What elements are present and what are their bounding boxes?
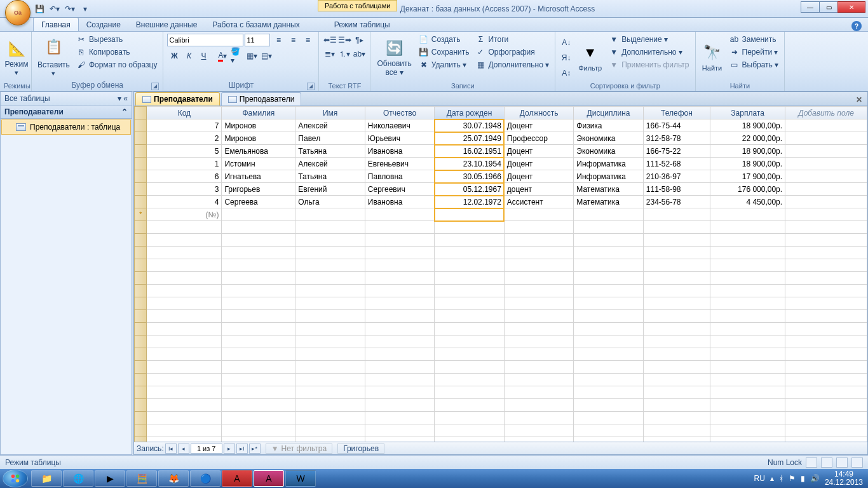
prev-record-button[interactable]: ◂ (178, 444, 189, 454)
cell-disc[interactable]: Экономика (574, 145, 644, 158)
cell-dolzh[interactable]: Доцент (504, 158, 574, 170)
cell-dolzh[interactable]: Доцент (504, 119, 574, 132)
spelling-button[interactable]: ✓Орфография (473, 46, 551, 58)
nav-group-teachers[interactable]: Преподаватели⌃ (1, 105, 132, 119)
table-row[interactable]: 7МироновАлексейНиколаевич30.07.1948Доцен… (135, 119, 867, 132)
cell-otch[interactable]: Павловна (365, 170, 435, 183)
bold-button[interactable]: Ж (167, 50, 181, 62)
align-left-button[interactable]: ≡ (271, 34, 285, 46)
altrow-button[interactable]: ▤▾ (259, 50, 273, 62)
volume-icon[interactable]: 🔊 (810, 474, 820, 483)
doc-close-button[interactable]: ✕ (853, 94, 865, 105)
cell-empty[interactable] (785, 132, 867, 145)
table-row[interactable]: 4СергееваОльгаИвановна12.02.1972Ассистен… (135, 196, 867, 208)
row-selector[interactable] (135, 119, 147, 132)
task-wmp[interactable]: ▶ (95, 470, 125, 487)
table-row[interactable]: 2МироновПавелЮрьевич25.07.1949ПрофессорЭ… (135, 132, 867, 145)
save-record-button[interactable]: 💾Сохранить (417, 46, 471, 58)
tab-home[interactable]: Главная (33, 17, 79, 31)
office-button[interactable]: Oa (5, 0, 31, 25)
datasheet[interactable]: Код Фамилия Имя Отчество Дата рожден Дол… (134, 106, 867, 442)
doc-tab-teachers-1[interactable]: Преподаватели (135, 92, 220, 105)
toggle-filter-button[interactable]: ▼Применить фильтр (607, 59, 691, 71)
cell-fam[interactable]: Сергеева (222, 196, 295, 208)
record-position-input[interactable] (191, 444, 222, 454)
cell-data[interactable]: 12.02.1972 (435, 196, 505, 208)
cell-data[interactable]: 05.12.1967 (435, 183, 505, 196)
bluetooth-icon[interactable]: ᚼ (779, 474, 783, 483)
cell-kod[interactable]: 6 (147, 170, 222, 183)
first-record-button[interactable]: I◂ (165, 444, 177, 454)
cell-imya[interactable]: Павел (295, 132, 365, 145)
cell-empty[interactable] (785, 183, 867, 196)
nav-header[interactable]: Все таблицы▾ « (1, 92, 132, 105)
align-center-button[interactable]: ≡ (286, 34, 300, 46)
cell-fam[interactable]: Миронов (222, 119, 295, 132)
task-firefox[interactable]: 🦊 (158, 470, 189, 487)
cell-dolzh[interactable]: Доцент (504, 170, 574, 183)
bullets-button[interactable]: ≣▾ (323, 48, 337, 60)
cell-empty[interactable] (785, 196, 867, 208)
tray-clock[interactable]: 14:4924.12.2013 (825, 470, 863, 487)
task-explorer[interactable]: 📁 (31, 470, 62, 487)
cell-dolzh[interactable]: Профессор (504, 132, 574, 145)
cell-empty[interactable] (785, 145, 867, 158)
col-fam[interactable]: Фамилия (222, 107, 295, 119)
clipboard-launcher-icon[interactable]: ◢ (151, 83, 159, 90)
tab-external[interactable]: Внешние данные (128, 18, 205, 31)
cell-disc[interactable]: Информатика (574, 158, 644, 170)
cell-imya[interactable]: Алексей (295, 158, 365, 170)
tab-dbtools[interactable]: Работа с базами данных (205, 18, 307, 31)
cell-fam[interactable]: Григорьев (222, 183, 295, 196)
filter-button[interactable]: ▼Фильтр (576, 34, 604, 81)
task-access[interactable]: A (254, 470, 284, 487)
gridlines-button[interactable]: ▦▾ (245, 50, 259, 62)
cell-disc[interactable]: Информатика (574, 170, 644, 183)
cell-tel[interactable]: 166-75-44 (643, 119, 710, 132)
cell-empty[interactable] (785, 170, 867, 183)
col-data[interactable]: Дата рожден (435, 107, 505, 119)
totals-button[interactable]: ΣИтоги (473, 34, 551, 45)
filter-indicator[interactable]: ▼Нет фильтра (266, 444, 332, 454)
start-button[interactable] (3, 470, 28, 487)
cell-tel[interactable]: 234-56-78 (643, 196, 710, 208)
cell-kod[interactable]: 1 (147, 158, 222, 170)
copy-button[interactable]: ⎘Копировать (74, 46, 159, 58)
highlight-button[interactable]: ab▾ (352, 48, 366, 60)
cell-kod[interactable]: 3 (147, 183, 222, 196)
decrease-indent-button[interactable]: ⬅☰ (323, 34, 337, 46)
selection-filter-button[interactable]: ▼Выделение ▾ (607, 34, 691, 45)
cell-kod[interactable]: 7 (147, 119, 222, 132)
undo-icon[interactable]: ↶▾ (48, 3, 61, 15)
cell-imya[interactable]: Ольга (295, 196, 365, 208)
cell-zar[interactable]: 18 900,00р. (710, 145, 785, 158)
maximize-button[interactable]: ▭ (819, 1, 838, 13)
cell-disc[interactable]: Экономика (574, 132, 644, 145)
more-records-button[interactable]: ▦Дополнительно ▾ (473, 59, 551, 71)
col-zar[interactable]: Зарплата (710, 107, 785, 119)
cell-zar[interactable]: 176 000,00р. (710, 183, 785, 196)
redo-icon[interactable]: ↷▾ (64, 3, 76, 15)
cell-otch[interactable]: Юрьевич (365, 132, 435, 145)
task-word[interactable]: W (285, 470, 316, 487)
table-row[interactable]: 3ГригорьевЕвгенийСергеевич05.12.1967доце… (135, 183, 867, 196)
new-record-button[interactable]: 📄Создать (417, 34, 471, 45)
tray-lang[interactable]: RU (754, 474, 765, 483)
underline-button[interactable]: Ч (196, 50, 210, 62)
format-painter-button[interactable]: 🖌Формат по образцу (74, 59, 159, 71)
advanced-filter-button[interactable]: ▼Дополнительно ▾ (607, 46, 691, 58)
increase-indent-button[interactable]: ☰➡ (337, 34, 351, 46)
cell-disc[interactable]: Математика (574, 183, 644, 196)
cell-empty[interactable] (785, 119, 867, 132)
cell-imya[interactable]: Татьяна (295, 145, 365, 158)
cell-imya[interactable]: Татьяна (295, 170, 365, 183)
select-all-corner[interactable] (135, 107, 147, 119)
col-kod[interactable]: Код (147, 107, 222, 119)
view-button[interactable]: 📐Режим▾ (4, 34, 29, 81)
cell-zar[interactable]: 17 900,00р. (710, 170, 785, 183)
cell-dolzh[interactable]: Доцент (504, 145, 574, 158)
cell-tel[interactable]: 210-36-97 (643, 170, 710, 183)
cell-fam[interactable]: Емельянова (222, 145, 295, 158)
cut-button[interactable]: ✂Вырезать (74, 34, 159, 45)
row-selector[interactable] (135, 183, 147, 196)
